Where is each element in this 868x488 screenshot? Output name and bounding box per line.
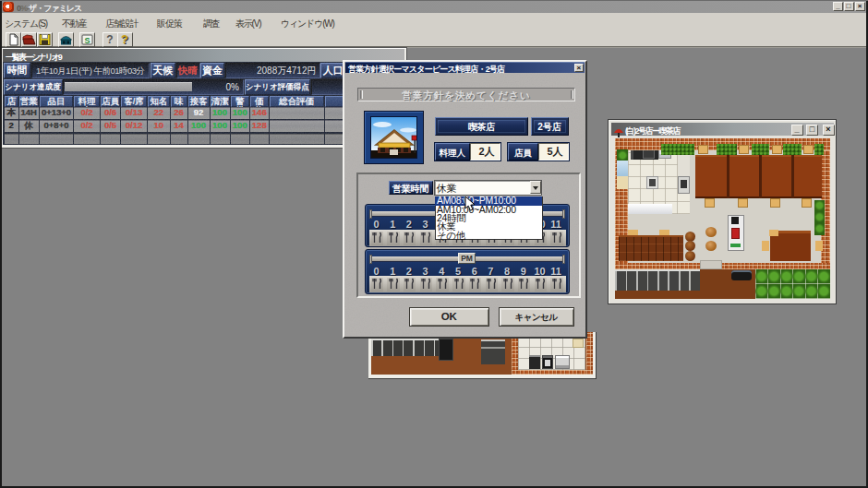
svg-text:S: S — [84, 35, 90, 44]
